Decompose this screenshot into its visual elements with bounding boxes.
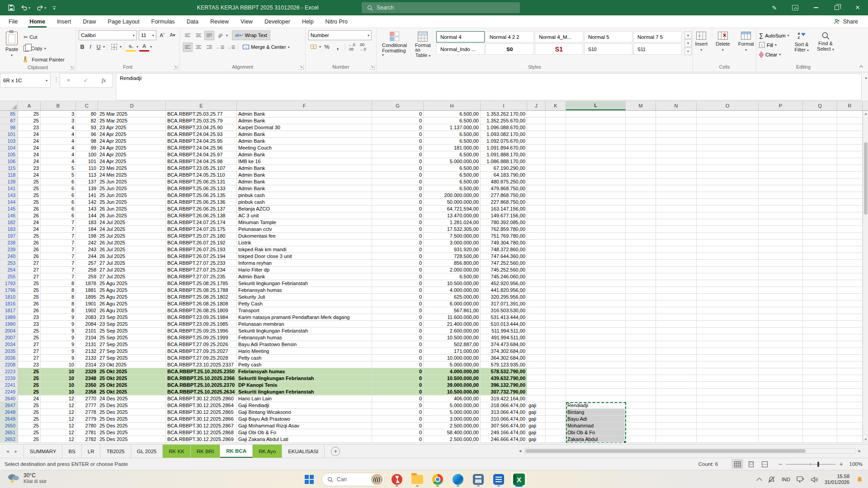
cell-N143[interactable]	[656, 192, 697, 199]
cell-I197[interactable]: 751.769.780,00	[481, 233, 527, 239]
cell-M85[interactable]	[626, 111, 656, 117]
row-header-104[interactable]: 104	[0, 145, 18, 151]
cell-D101[interactable]: 24 Apr 2025	[98, 131, 166, 138]
cell-M1793[interactable]	[626, 280, 656, 287]
cell-G239[interactable]: 0	[372, 246, 424, 253]
cell-I182[interactable]: 780.392.085,00	[481, 219, 527, 226]
cell-C144[interactable]: 142	[76, 199, 98, 206]
cell-I1810[interactable]: 320.295.956,00	[481, 294, 527, 300]
cell-D1793[interactable]: 25 Agu 2025	[98, 280, 166, 287]
cell-G2650[interactable]: 0	[372, 422, 424, 429]
cell-C141[interactable]: 139	[76, 185, 98, 192]
cell-L239[interactable]	[566, 246, 626, 253]
borders-button[interactable]	[109, 42, 119, 52]
style-Normal 5[interactable]: Normal 5	[584, 31, 632, 42]
cell-R104[interactable]	[837, 145, 863, 151]
cell-A2223[interactable]: 25	[18, 368, 41, 375]
cell-M145[interactable]	[626, 206, 656, 212]
cell-P240[interactable]	[759, 253, 803, 260]
format-as-table-button[interactable]: Format as Table ▾	[412, 30, 434, 64]
cell-O139[interactable]	[697, 178, 759, 185]
cell-H141[interactable]: 6.500,00	[424, 185, 481, 192]
cell-B1989[interactable]: 9	[41, 314, 76, 321]
cell-E85[interactable]: BCA.RBBPT.25.03.25.77	[166, 111, 237, 117]
cell-N2652[interactable]	[656, 436, 697, 443]
cell-G145[interactable]: 0	[372, 206, 424, 212]
cell-H2651[interactable]: 58.400.000,00	[424, 429, 481, 436]
cell-Q1990[interactable]	[803, 321, 837, 328]
cell-K145[interactable]	[546, 206, 566, 212]
cell-R2241[interactable]	[837, 382, 863, 389]
close-button[interactable]: ×	[847, 0, 868, 15]
sheet-tab-rk-kk[interactable]: RK KK	[163, 445, 191, 458]
cell-J2647[interactable]: gaji	[527, 402, 546, 409]
cell-Q1810[interactable]	[803, 294, 837, 300]
cell-O238[interactable]	[697, 239, 759, 246]
cell-E2649[interactable]: BCA.RBBPT.30.12.2025.2866	[166, 416, 237, 422]
row-header-238[interactable]: 238	[0, 239, 18, 246]
row-header-2249[interactable]: 2249	[0, 389, 18, 395]
weather-widget[interactable]: 30°C Kilat di sktr	[6, 472, 47, 484]
cell-F2208[interactable]: Petty cash	[237, 361, 372, 368]
cell-E101[interactable]: BCA.RBBPT.24.04.25.93	[166, 131, 237, 138]
taskbar-excel-icon[interactable]: X	[511, 472, 527, 487]
minimize-button[interactable]	[806, 0, 826, 15]
cell-M1817[interactable]	[626, 307, 656, 314]
tab-draw[interactable]: Draw	[77, 15, 102, 28]
cell-O2651[interactable]	[697, 429, 759, 436]
cell-N238[interactable]	[656, 239, 697, 246]
cell-O101[interactable]	[697, 131, 759, 138]
cell-O105[interactable]	[697, 151, 759, 158]
cell-D2007[interactable]: 25 Sep 2025	[98, 334, 166, 341]
cell-L183[interactable]	[566, 226, 626, 233]
cell-O104[interactable]	[697, 145, 759, 151]
cell-R183[interactable]	[837, 226, 863, 233]
confirm-entry-icon[interactable]: ✓	[84, 77, 88, 84]
cell-F1989[interactable]: Karim natasya pramanti Pendaftaran Merk …	[237, 314, 372, 321]
cell-N1989[interactable]	[656, 314, 697, 321]
cell-A104[interactable]: 24	[18, 145, 41, 151]
cell-E182[interactable]: BCA.RBBPT.24.07.25.174	[166, 219, 237, 226]
shrink-font-button[interactable]: A▾	[168, 30, 177, 40]
cell-B2004[interactable]: 9	[41, 328, 76, 334]
cell-C254[interactable]: 258	[76, 267, 98, 273]
cell-M2223[interactable]	[626, 368, 656, 375]
cell-M141[interactable]	[626, 185, 656, 192]
cell-J2241[interactable]	[527, 382, 546, 389]
cell-B255[interactable]: 7	[41, 273, 76, 280]
cell-M2647[interactable]	[626, 402, 656, 409]
cell-H106[interactable]: 5.000.000,00	[424, 158, 481, 165]
row-header-115[interactable]: 115	[0, 165, 18, 172]
cell-Q103[interactable]	[803, 138, 837, 145]
cell-B2640[interactable]: 12	[41, 395, 76, 402]
cell-N141[interactable]	[656, 185, 697, 192]
cell-H103[interactable]: 6.500,00	[424, 138, 481, 145]
cell-F238[interactable]: Listrik	[237, 239, 372, 246]
cell-N146[interactable]	[656, 212, 697, 219]
cell-B2652[interactable]: 12	[41, 436, 76, 443]
cell-K98[interactable]	[546, 124, 566, 131]
new-sheet-button[interactable]: +	[331, 447, 340, 456]
cell-G101[interactable]: 0	[372, 131, 424, 138]
do-not-disturb-icon[interactable]	[768, 476, 775, 483]
cell-D141[interactable]: 25 Jun 2025	[98, 185, 166, 192]
cell-I2249[interactable]: 307.732.790,00	[481, 389, 527, 395]
cell-E254[interactable]: BCA.RBBPT.27.07.25.234	[166, 267, 237, 273]
tab-nitro-pro[interactable]: Nitro Pro	[320, 15, 354, 28]
cell-Q240[interactable]	[803, 253, 837, 260]
cell-M1810[interactable]	[626, 294, 656, 300]
cell-C1793[interactable]: 1878	[76, 280, 98, 287]
cell-M240[interactable]	[626, 253, 656, 260]
cell-J87[interactable]	[527, 117, 546, 124]
cell-N98[interactable]	[656, 124, 697, 131]
cell-P254[interactable]	[759, 267, 803, 273]
row-header-1796[interactable]: 1796	[0, 287, 18, 294]
cell-E145[interactable]: BCA.RBBPT.26.06.25.137	[166, 206, 237, 212]
cell-P2208[interactable]	[759, 361, 803, 368]
cell-J255[interactable]	[527, 273, 546, 280]
cell-E2648[interactable]: BCA.RBBPT.30.12.2025.2865	[166, 409, 237, 416]
cell-I1816[interactable]: 317.071.391,00	[481, 300, 527, 307]
cell-N115[interactable]	[656, 165, 697, 172]
cell-J103[interactable]	[527, 138, 546, 145]
cell-L240[interactable]	[566, 253, 626, 260]
